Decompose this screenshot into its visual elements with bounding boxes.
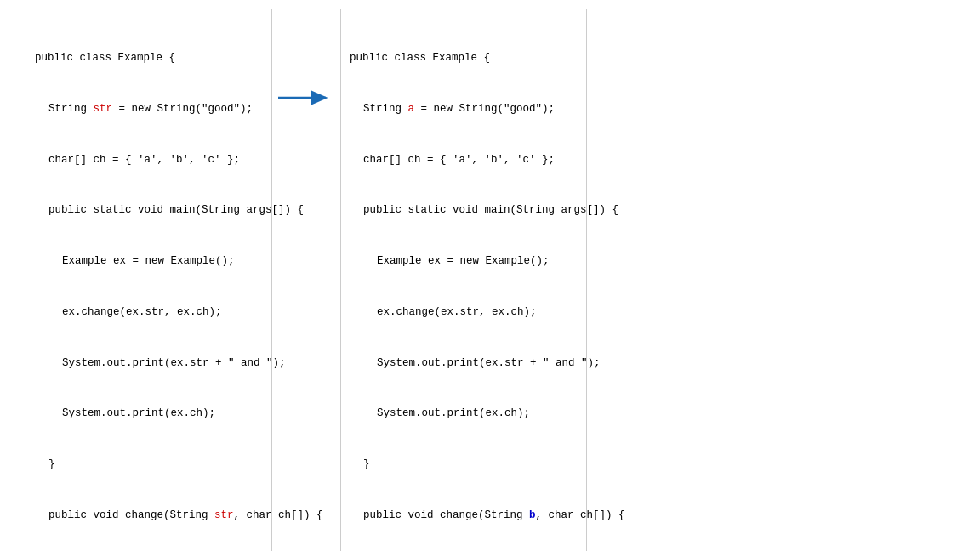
code-line: public class Example { (35, 50, 263, 67)
panel-arrow-container (272, 9, 340, 111)
code-line: System.out.print(ex.ch); (350, 406, 578, 423)
code-line: public static void main(String args[]) { (350, 202, 578, 219)
code-line: System.out.print(ex.ch); (35, 406, 263, 423)
code-line: System.out.print(ex.str + " and "); (35, 355, 263, 372)
code-line: char[] ch = { 'a', 'b', 'c' }; (35, 152, 263, 169)
code-line: public void change(String str, char ch[]… (35, 508, 263, 525)
code-line: } (350, 457, 578, 474)
page: public class Example { String str = new … (0, 0, 980, 551)
code-line: public static void main(String args[]) { (35, 202, 263, 219)
code-line: public void change(String b, char ch[]) … (350, 508, 578, 525)
left-code-panel: public class Example { String str = new … (26, 9, 272, 551)
code-line: ex.change(ex.str, ex.ch); (350, 304, 578, 321)
code-line: Example ex = new Example(); (35, 253, 263, 270)
top-section: public class Example { String str = new … (0, 0, 980, 551)
code-line: public class Example { (350, 50, 578, 67)
code-line: String str = new String("good"); (35, 101, 263, 118)
code-line: char[] ch = { 'a', 'b', 'c' }; (350, 152, 578, 169)
code-line: } (35, 457, 263, 474)
code-line: ex.change(ex.str, ex.ch); (35, 304, 263, 321)
code-line: String a = new String("good"); (350, 101, 578, 118)
right-code-panel: public class Example { String a = new St… (340, 9, 587, 551)
right-arrow-icon (276, 85, 336, 111)
code-line: System.out.print(ex.str + " and "); (350, 355, 578, 372)
code-line: Example ex = new Example(); (350, 253, 578, 270)
